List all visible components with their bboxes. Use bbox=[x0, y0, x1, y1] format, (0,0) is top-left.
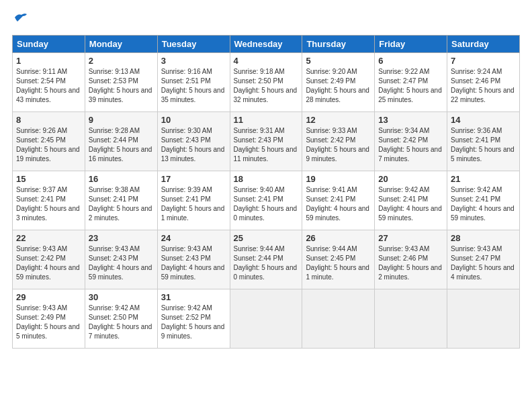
day-info: Sunrise: 9:26 AMSunset: 2:45 PMDaylight:… bbox=[16, 126, 81, 164]
day-info: Sunrise: 9:43 AMSunset: 2:42 PMDaylight:… bbox=[16, 244, 81, 282]
logo-bird-icon bbox=[13, 12, 28, 24]
day-cell: 24Sunrise: 9:43 AMSunset: 2:43 PMDayligh… bbox=[157, 230, 230, 289]
day-number: 25 bbox=[234, 233, 299, 243]
day-cell bbox=[447, 289, 520, 349]
day-info: Sunrise: 9:42 AMSunset: 2:41 PMDaylight:… bbox=[451, 185, 516, 223]
day-info: Sunrise: 9:44 AMSunset: 2:45 PMDaylight:… bbox=[306, 244, 371, 282]
day-cell: 10Sunrise: 9:30 AMSunset: 2:43 PMDayligh… bbox=[157, 112, 230, 171]
day-info: Sunrise: 9:16 AMSunset: 2:51 PMDaylight:… bbox=[161, 67, 226, 105]
day-cell: 8Sunrise: 9:26 AMSunset: 2:45 PMDaylight… bbox=[13, 112, 85, 171]
day-cell: 28Sunrise: 9:43 AMSunset: 2:47 PMDayligh… bbox=[447, 230, 520, 289]
day-number: 12 bbox=[306, 115, 371, 125]
day-cell: 17Sunrise: 9:39 AMSunset: 2:41 PMDayligh… bbox=[157, 171, 230, 230]
day-number: 5 bbox=[306, 56, 371, 66]
day-info: Sunrise: 9:44 AMSunset: 2:44 PMDaylight:… bbox=[234, 244, 299, 282]
day-cell: 30Sunrise: 9:42 AMSunset: 2:50 PMDayligh… bbox=[85, 289, 157, 349]
week-row-2: 8Sunrise: 9:26 AMSunset: 2:45 PMDaylight… bbox=[13, 112, 520, 171]
day-number: 1 bbox=[16, 56, 81, 66]
day-info: Sunrise: 9:42 AMSunset: 2:52 PMDaylight:… bbox=[161, 304, 226, 341]
day-info: Sunrise: 9:41 AMSunset: 2:41 PMDaylight:… bbox=[306, 185, 371, 223]
logo bbox=[12, 12, 28, 30]
week-row-1: 1Sunrise: 9:11 AMSunset: 2:54 PMDaylight… bbox=[13, 53, 520, 112]
day-number: 13 bbox=[378, 115, 443, 125]
day-number: 6 bbox=[378, 56, 443, 66]
day-number: 31 bbox=[161, 292, 226, 302]
day-info: Sunrise: 9:18 AMSunset: 2:50 PMDaylight:… bbox=[234, 67, 299, 105]
day-number: 10 bbox=[161, 115, 226, 125]
day-info: Sunrise: 9:36 AMSunset: 2:41 PMDaylight:… bbox=[451, 126, 516, 164]
week-row-3: 15Sunrise: 9:37 AMSunset: 2:41 PMDayligh… bbox=[13, 171, 520, 230]
day-cell: 22Sunrise: 9:43 AMSunset: 2:42 PMDayligh… bbox=[13, 230, 85, 289]
day-number: 29 bbox=[16, 292, 81, 302]
day-info: Sunrise: 9:42 AMSunset: 2:41 PMDaylight:… bbox=[378, 185, 443, 223]
day-number: 15 bbox=[16, 174, 81, 184]
day-number: 7 bbox=[451, 56, 516, 66]
day-number: 17 bbox=[161, 174, 226, 184]
calendar-table: SundayMondayTuesdayWednesdayThursdayFrid… bbox=[12, 35, 520, 349]
day-info: Sunrise: 9:37 AMSunset: 2:41 PMDaylight:… bbox=[16, 185, 81, 223]
day-number: 8 bbox=[16, 115, 81, 125]
day-info: Sunrise: 9:42 AMSunset: 2:50 PMDaylight:… bbox=[89, 304, 154, 341]
day-cell: 26Sunrise: 9:44 AMSunset: 2:45 PMDayligh… bbox=[302, 230, 375, 289]
header-row: SundayMondayTuesdayWednesdayThursdayFrid… bbox=[13, 36, 520, 53]
day-cell: 5Sunrise: 9:20 AMSunset: 2:49 PMDaylight… bbox=[302, 53, 375, 112]
day-info: Sunrise: 9:43 AMSunset: 2:43 PMDaylight:… bbox=[89, 244, 154, 282]
day-number: 9 bbox=[89, 115, 154, 125]
day-cell: 18Sunrise: 9:40 AMSunset: 2:41 PMDayligh… bbox=[230, 171, 302, 230]
col-header-wednesday: Wednesday bbox=[230, 36, 302, 53]
day-info: Sunrise: 9:43 AMSunset: 2:49 PMDaylight:… bbox=[16, 304, 81, 341]
day-cell: 4Sunrise: 9:18 AMSunset: 2:50 PMDaylight… bbox=[230, 53, 302, 112]
day-number: 18 bbox=[234, 174, 299, 184]
day-info: Sunrise: 9:43 AMSunset: 2:43 PMDaylight:… bbox=[161, 244, 226, 282]
day-number: 26 bbox=[306, 233, 371, 243]
col-header-friday: Friday bbox=[375, 36, 447, 53]
day-cell bbox=[302, 289, 375, 349]
day-cell: 21Sunrise: 9:42 AMSunset: 2:41 PMDayligh… bbox=[447, 171, 520, 230]
day-info: Sunrise: 9:43 AMSunset: 2:47 PMDaylight:… bbox=[451, 244, 516, 282]
day-cell: 1Sunrise: 9:11 AMSunset: 2:54 PMDaylight… bbox=[13, 53, 85, 112]
day-number: 23 bbox=[89, 233, 154, 243]
day-cell: 2Sunrise: 9:13 AMSunset: 2:53 PMDaylight… bbox=[85, 53, 157, 112]
day-cell: 15Sunrise: 9:37 AMSunset: 2:41 PMDayligh… bbox=[13, 171, 85, 230]
day-cell: 9Sunrise: 9:28 AMSunset: 2:44 PMDaylight… bbox=[85, 112, 157, 171]
day-info: Sunrise: 9:39 AMSunset: 2:41 PMDaylight:… bbox=[161, 185, 226, 223]
day-number: 28 bbox=[451, 233, 516, 243]
col-header-sunday: Sunday bbox=[13, 36, 85, 53]
day-number: 20 bbox=[378, 174, 443, 184]
day-number: 22 bbox=[16, 233, 81, 243]
header bbox=[12, 12, 520, 30]
day-number: 19 bbox=[306, 174, 371, 184]
day-cell: 25Sunrise: 9:44 AMSunset: 2:44 PMDayligh… bbox=[230, 230, 302, 289]
day-number: 16 bbox=[89, 174, 154, 184]
day-number: 3 bbox=[161, 56, 226, 66]
week-row-4: 22Sunrise: 9:43 AMSunset: 2:42 PMDayligh… bbox=[13, 230, 520, 289]
day-info: Sunrise: 9:43 AMSunset: 2:46 PMDaylight:… bbox=[378, 244, 443, 282]
day-cell: 14Sunrise: 9:36 AMSunset: 2:41 PMDayligh… bbox=[447, 112, 520, 171]
col-header-thursday: Thursday bbox=[302, 36, 375, 53]
day-number: 24 bbox=[161, 233, 226, 243]
day-cell: 7Sunrise: 9:24 AMSunset: 2:46 PMDaylight… bbox=[447, 53, 520, 112]
page: SundayMondayTuesdayWednesdayThursdayFrid… bbox=[0, 0, 532, 355]
day-cell: 31Sunrise: 9:42 AMSunset: 2:52 PMDayligh… bbox=[157, 289, 230, 349]
day-cell: 3Sunrise: 9:16 AMSunset: 2:51 PMDaylight… bbox=[157, 53, 230, 112]
day-info: Sunrise: 9:40 AMSunset: 2:41 PMDaylight:… bbox=[234, 185, 299, 223]
day-cell: 29Sunrise: 9:43 AMSunset: 2:49 PMDayligh… bbox=[13, 289, 85, 349]
day-number: 21 bbox=[451, 174, 516, 184]
week-row-5: 29Sunrise: 9:43 AMSunset: 2:49 PMDayligh… bbox=[13, 289, 520, 349]
day-info: Sunrise: 9:11 AMSunset: 2:54 PMDaylight:… bbox=[16, 67, 81, 105]
day-number: 11 bbox=[234, 115, 299, 125]
day-cell bbox=[375, 289, 447, 349]
day-number: 27 bbox=[378, 233, 443, 243]
day-info: Sunrise: 9:38 AMSunset: 2:41 PMDaylight:… bbox=[89, 185, 154, 223]
day-info: Sunrise: 9:33 AMSunset: 2:42 PMDaylight:… bbox=[306, 126, 371, 164]
col-header-tuesday: Tuesday bbox=[157, 36, 230, 53]
day-info: Sunrise: 9:34 AMSunset: 2:42 PMDaylight:… bbox=[378, 126, 443, 164]
day-number: 14 bbox=[451, 115, 516, 125]
day-cell: 16Sunrise: 9:38 AMSunset: 2:41 PMDayligh… bbox=[85, 171, 157, 230]
day-info: Sunrise: 9:31 AMSunset: 2:43 PMDaylight:… bbox=[234, 126, 299, 164]
day-cell: 13Sunrise: 9:34 AMSunset: 2:42 PMDayligh… bbox=[375, 112, 447, 171]
day-info: Sunrise: 9:24 AMSunset: 2:46 PMDaylight:… bbox=[451, 67, 516, 105]
col-header-saturday: Saturday bbox=[447, 36, 520, 53]
day-info: Sunrise: 9:22 AMSunset: 2:47 PMDaylight:… bbox=[378, 67, 443, 105]
day-cell: 20Sunrise: 9:42 AMSunset: 2:41 PMDayligh… bbox=[375, 171, 447, 230]
